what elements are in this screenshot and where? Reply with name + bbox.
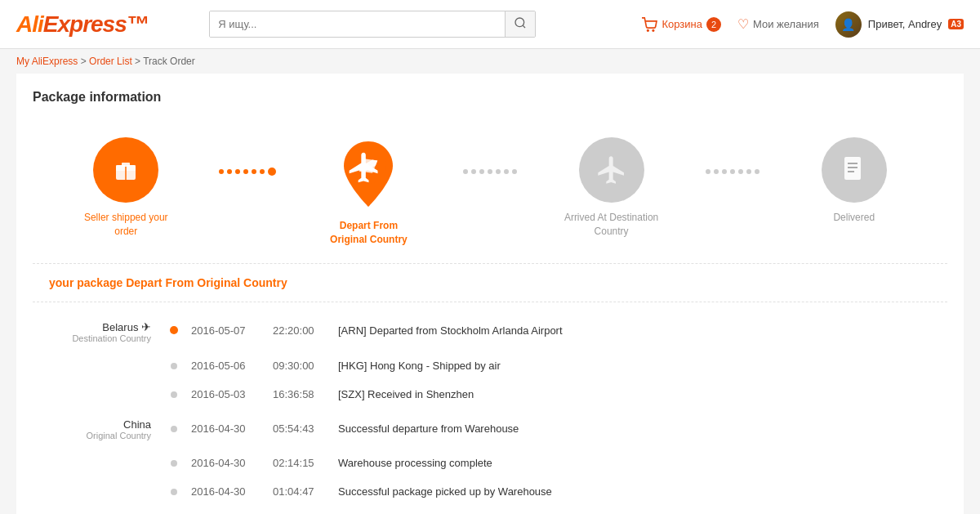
- step4-label: Delivered: [833, 211, 875, 225]
- dot-cell: [163, 351, 185, 380]
- avatar: 👤: [835, 11, 862, 38]
- search-input[interactable]: [210, 11, 505, 37]
- progress-tracker: Seller shipped your order: [33, 121, 947, 263]
- step2-label: Depart From Original Country: [319, 219, 417, 247]
- time-cell: 22:20:00: [266, 311, 332, 351]
- search-bar: [209, 11, 536, 38]
- step4-icon: [822, 137, 887, 203]
- step3-label: Arrived At Destination Country: [563, 211, 661, 239]
- date-cell: 2016-04-30: [185, 477, 266, 506]
- country-cell: Belarus ✈ Destination Country: [33, 311, 163, 351]
- table-row: 2016-05-06 09:30:00 [HKG] Hong Kong - Sh…: [33, 351, 947, 380]
- cart-button[interactable]: Корзина 2: [641, 17, 721, 32]
- time-cell: 05:54:43: [266, 409, 332, 449]
- breadcrumb: My AliExpress > Order List > Track Order: [0, 49, 980, 74]
- table-row: Belarus ✈ Destination Country 2016-05-07…: [33, 311, 947, 351]
- country-cell: [33, 477, 163, 506]
- page-title: Package information: [33, 90, 947, 105]
- header: AliExpress™ Корзина 2 ♡ Мои желания: [0, 0, 980, 49]
- date-cell: 2016-05-03: [185, 380, 266, 409]
- date-cell: 2016-04-30: [185, 409, 266, 449]
- svg-point-0: [515, 18, 524, 27]
- tracking-dot: [171, 363, 177, 369]
- step-arrived: Arrived At Destination Country: [550, 137, 672, 239]
- heart-icon: ♡: [737, 16, 749, 32]
- tracking-dot: [170, 326, 178, 334]
- step-seller-shipped: Seller shipped your order: [65, 137, 187, 239]
- country-cell: [33, 351, 163, 380]
- connector-2-3: [430, 170, 551, 173]
- tracking-dot: [171, 460, 177, 467]
- step1-icon: [93, 137, 158, 203]
- date-cell: 2016-05-07: [185, 311, 266, 351]
- dot-cell: [163, 477, 185, 506]
- date-cell: 2016-05-06: [185, 351, 266, 380]
- time-cell: 16:36:58: [266, 380, 332, 409]
- event-cell: Successful package picked up by Warehous…: [332, 477, 947, 506]
- cart-label: Корзина: [662, 18, 702, 30]
- wishlist-label: Мои желания: [753, 18, 819, 30]
- main-content: Package information Seller shipped your …: [16, 74, 964, 514]
- breadcrumb-current: Track Order: [143, 56, 195, 67]
- dot-cell: [163, 380, 185, 409]
- country-cell: [33, 380, 163, 409]
- user-badge: A3: [948, 19, 964, 29]
- table-row: 2016-04-30 01:04:47 Successful package p…: [33, 477, 947, 506]
- breadcrumb-order-list[interactable]: Order List: [89, 56, 132, 67]
- step3-icon: [579, 137, 644, 203]
- dot-cell: [163, 409, 185, 449]
- event-cell: [HKG] Hong Kong - Shipped by air: [332, 351, 947, 380]
- dot-cell: [163, 311, 185, 351]
- table-row: 2016-04-30 02:14:15 Warehouse processing…: [33, 449, 947, 477]
- svg-line-1: [523, 25, 525, 28]
- header-right: Корзина 2 ♡ Мои желания 👤 Привет, Andrey…: [641, 11, 964, 38]
- date-cell: 2016-04-30: [185, 449, 266, 477]
- svg-rect-7: [122, 163, 130, 167]
- search-button[interactable]: [505, 11, 535, 37]
- tracking-table: Belarus ✈ Destination Country 2016-05-07…: [33, 311, 947, 506]
- event-cell: Successful departure from Warehouse: [332, 409, 947, 449]
- connector-3-4: [672, 170, 794, 173]
- event-cell: [SZX] Received in Shenzhen: [332, 380, 947, 409]
- event-cell: [ARN] Departed from Stockholm Arlanda Ai…: [332, 311, 947, 351]
- event-cell: Warehouse processing complete: [332, 449, 947, 477]
- country-cell: [33, 449, 163, 477]
- connector-1-2: [187, 170, 309, 173]
- user-greeting: Привет, Andrey: [868, 18, 942, 30]
- step-depart: Depart From Original Country: [308, 137, 430, 247]
- svg-point-3: [653, 29, 655, 31]
- step-delivered: Delivered: [793, 137, 915, 225]
- user-button[interactable]: 👤 Привет, Andrey A3: [835, 11, 964, 38]
- country-cell: China Original Country: [33, 409, 163, 449]
- tracking-dot: [171, 426, 177, 432]
- table-row: China Original Country 2016-04-30 05:54:…: [33, 409, 947, 449]
- step1-label: Seller shipped your order: [77, 211, 175, 239]
- dot-cell: [163, 449, 185, 477]
- svg-point-2: [648, 29, 649, 31]
- time-cell: 09:30:00: [266, 351, 332, 380]
- breadcrumb-my-aliexpress[interactable]: My AliExpress: [16, 56, 78, 67]
- time-cell: 02:14:15: [266, 449, 332, 477]
- table-row: 2016-05-03 16:36:58 [SZX] Received in Sh…: [33, 380, 947, 409]
- package-status: your package Depart From Original Countr…: [33, 263, 947, 302]
- wishlist-button[interactable]: ♡ Мои желания: [737, 16, 819, 32]
- tracking-dot: [171, 391, 177, 398]
- tracking-dot: [171, 489, 177, 495]
- logo: AliExpress™: [16, 11, 149, 38]
- package-status-text: Depart From Original Country: [126, 276, 287, 289]
- cart-badge: 2: [706, 17, 721, 32]
- time-cell: 01:04:47: [266, 477, 332, 506]
